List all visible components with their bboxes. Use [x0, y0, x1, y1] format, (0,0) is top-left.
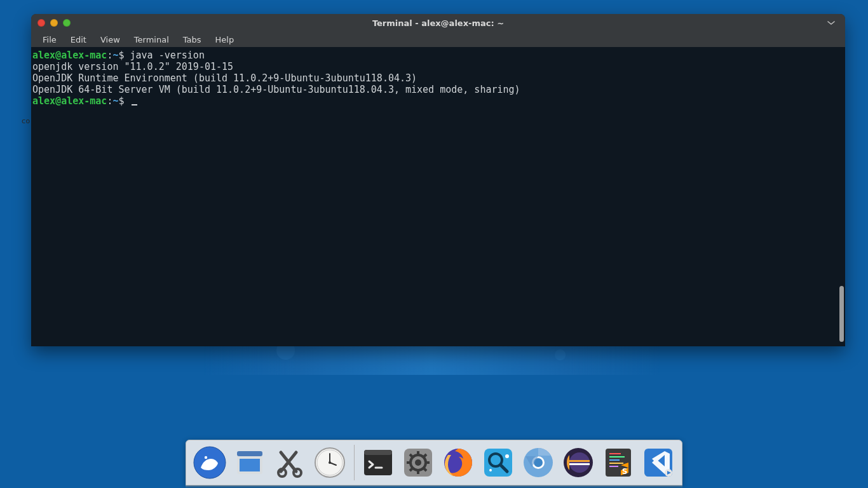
menu-terminal[interactable]: Terminal [129, 34, 174, 46]
dock-clock[interactable] [313, 444, 348, 481]
window-menu-button[interactable] [824, 18, 839, 28]
svg-point-2 [205, 456, 207, 459]
firefox-icon [442, 446, 475, 479]
dock-firefox[interactable] [440, 444, 475, 481]
menu-help[interactable]: Help [210, 34, 240, 46]
prompt-user: alex@alex-mac [32, 95, 107, 107]
menu-view[interactable]: View [95, 34, 125, 46]
scrollbar-thumb[interactable] [839, 286, 844, 342]
text-cursor [132, 104, 137, 105]
svg-rect-14 [364, 450, 392, 455]
terminal-viewport[interactable]: alex@alex-mac:~$ java -version openjdk v… [31, 47, 845, 346]
svg-line-25 [410, 468, 412, 471]
terminal-output-line: OpenJDK Runtime Environment (build 11.0.… [32, 72, 844, 84]
svg-rect-4 [237, 451, 262, 456]
dock-xubuntu-menu[interactable] [193, 444, 227, 481]
menu-edit[interactable]: Edit [65, 34, 92, 46]
svg-line-22 [410, 454, 412, 457]
svg-point-37 [569, 452, 590, 473]
svg-point-31 [505, 454, 509, 458]
dock-reflection [186, 485, 682, 488]
svg-line-24 [424, 454, 426, 457]
svg-point-26 [415, 459, 421, 466]
eclipse-icon [562, 446, 595, 479]
dock-sublime[interactable]: S [600, 444, 635, 481]
dock: S [186, 440, 682, 485]
dock-gnome-web[interactable] [480, 444, 515, 481]
svg-text:S: S [621, 467, 627, 476]
svg-rect-5 [240, 459, 260, 471]
terminal-line: alex@alex-mac:~$ [32, 95, 844, 107]
terminal-output-line: openjdk version "11.0.2" 2019-01-15 [32, 61, 844, 72]
menu-file[interactable]: File [37, 34, 62, 46]
dock-settings[interactable] [401, 444, 436, 481]
dock-scissors[interactable] [273, 444, 308, 481]
command-input: java -version [130, 50, 205, 61]
prompt-sigil: $ [118, 50, 130, 61]
menubar: File Edit View Terminal Tabs Help [31, 32, 845, 47]
desktop-partial-text: co [22, 117, 31, 125]
globe-search-icon [482, 446, 515, 479]
svg-point-7 [294, 469, 301, 477]
window-titlebar[interactable]: Terminal - alex@alex-mac: ~ [31, 14, 845, 32]
terminal-output-line: OpenJDK 64-Bit Server VM (build 11.0.2+9… [32, 84, 844, 95]
svg-point-32 [489, 469, 492, 471]
scissors-icon [273, 446, 306, 479]
svg-point-6 [278, 469, 286, 477]
clock-icon [313, 446, 346, 479]
dock-separator [354, 445, 355, 480]
svg-line-23 [424, 468, 426, 471]
svg-point-12 [329, 461, 331, 464]
prompt-user: alex@alex-mac [32, 50, 107, 61]
prompt-sigil: $ [118, 95, 130, 107]
svg-rect-38 [569, 460, 590, 462]
dock-vscode[interactable] [641, 444, 675, 481]
terminal-icon [362, 446, 395, 479]
xubuntu-icon [193, 446, 226, 479]
terminal-line: alex@alex-mac:~$ java -version [32, 50, 844, 61]
vscode-icon [642, 446, 675, 479]
svg-rect-39 [569, 463, 590, 465]
dock-eclipse[interactable] [560, 444, 595, 481]
window-title: Terminal - alex@alex-mac: ~ [31, 18, 845, 28]
chromium-icon [522, 446, 555, 479]
gear-icon [402, 446, 435, 479]
terminal-window: Terminal - alex@alex-mac: ~ File Edit Vi… [31, 14, 845, 346]
dock-file-manager[interactable] [233, 444, 268, 481]
dock-terminal[interactable] [361, 444, 396, 481]
menu-tabs[interactable]: Tabs [178, 34, 207, 46]
dock-chromium[interactable] [520, 444, 555, 481]
chevron-down-icon [827, 20, 835, 25]
sublime-icon: S [602, 446, 635, 479]
file-manager-icon [233, 446, 266, 479]
